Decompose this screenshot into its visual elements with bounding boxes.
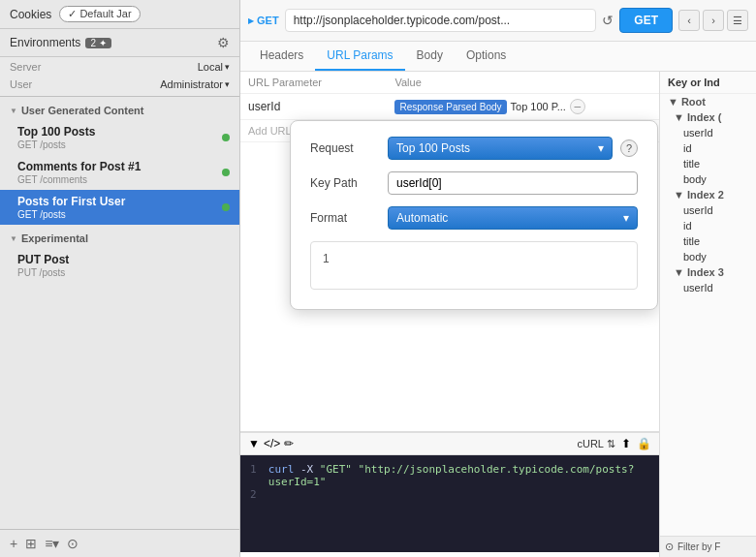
popup-format-row: Format Automatic ▾ <box>310 206 638 230</box>
rp-title2-label: title <box>683 235 700 247</box>
sidebar-item-top100posts[interactable]: Top 100 Posts GET /posts <box>0 120 239 155</box>
item-text-putpost: PUT Post PUT /posts <box>17 253 230 278</box>
tabs-bar: Headers URL Params Body Options <box>240 42 756 72</box>
item-title-firstuser: Posts for First User <box>17 195 222 208</box>
tab-options[interactable]: Options <box>455 42 518 71</box>
popup-format-select[interactable]: Automatic ▾ <box>388 206 638 230</box>
get-button[interactable]: GET <box>619 8 673 33</box>
add-folder-icon[interactable]: ⊞ <box>25 536 37 551</box>
circle-icon[interactable]: ⊙ <box>67 536 79 551</box>
code-brackets-icon[interactable]: </> <box>264 437 280 450</box>
nav-menu-button[interactable]: ☰ <box>727 10 748 31</box>
popup-help-button[interactable]: ? <box>620 139 638 157</box>
rp-id2[interactable]: id <box>660 218 756 233</box>
rp-userid2[interactable]: userId <box>660 202 756 218</box>
user-value[interactable]: Administrator ▾ <box>160 78 230 90</box>
popup-number-value: 1 <box>323 252 330 265</box>
list-icon[interactable]: ≡▾ <box>45 536 59 551</box>
nav-next-button[interactable]: › <box>703 10 724 31</box>
rp-userid2-label: userId <box>683 204 713 216</box>
status-dot-top100posts <box>222 134 230 141</box>
item-text-comments: Comments for Post #1 GET /comments <box>17 160 222 185</box>
sidebar-item-comments[interactable]: Comments for Post #1 GET /comments <box>0 155 239 190</box>
popup-request-value: Top 100 Posts <box>396 141 470 155</box>
rp-index3[interactable]: ▼ Index 3 <box>660 264 756 280</box>
server-row: Server Local ▾ <box>0 57 239 77</box>
sidebar-item-firstuser[interactable]: Posts for First User GET /posts <box>0 190 239 225</box>
server-chevron-icon: ▾ <box>225 62 230 72</box>
rp-body0[interactable]: body <box>660 171 756 187</box>
popup-request-row: Request Top 100 Posts ▾ ? <box>310 137 638 160</box>
section-triangle-experimental: ▼ <box>10 234 17 243</box>
refresh-icon[interactable]: ↺ <box>602 13 614 28</box>
top-bar: ▸ GET http://jsonplaceholder.typicode.co… <box>240 0 756 42</box>
down-arrow-icon[interactable]: ▼ <box>248 437 260 450</box>
rp-root[interactable]: ▼ Root <box>660 94 756 109</box>
popup-overlay: Request Top 100 Posts ▾ ? Key Path <box>289 115 659 557</box>
user-label: User <box>10 78 32 90</box>
rp-id0-label: id <box>683 142 692 154</box>
rp-index2-label: Index 2 <box>687 189 724 201</box>
rp-index0-triangle: ▼ <box>674 111 684 123</box>
url-bar[interactable]: http://jsonplaceholder.typicode.com/post… <box>285 9 597 32</box>
tab-body[interactable]: Body <box>405 42 455 71</box>
popup: Request Top 100 Posts ▾ ? Key Path <box>290 120 658 310</box>
user-row: User Administrator ▾ <box>0 77 239 97</box>
content-area: URL Parameter Value userId Response Pars… <box>240 72 756 557</box>
rp-userid0[interactable]: userId <box>660 125 756 140</box>
environments-label: Environments <box>10 36 80 49</box>
rp-title0[interactable]: title <box>660 156 756 171</box>
default-jar-badge[interactable]: ✓ Default Jar <box>59 6 140 22</box>
center-panel: URL Parameter Value userId Response Pars… <box>240 72 659 557</box>
item-text-firstuser: Posts for First User GET /posts <box>17 195 222 220</box>
section-label-experimental: Experimental <box>21 232 88 244</box>
nav-prev-button[interactable]: ‹ <box>678 10 700 31</box>
rp-userid0-label: userId <box>683 127 713 139</box>
top100-badge: Top 100 P... <box>511 101 566 112</box>
sidebar-bottom: + ⊞ ≡▾ ⊙ <box>0 529 239 557</box>
rp-root-label: Root <box>681 96 706 108</box>
cookies-label: Cookies <box>10 8 51 21</box>
col-header-value: Value <box>387 72 659 94</box>
main-panel: ▸ GET http://jsonplaceholder.typicode.co… <box>240 0 756 557</box>
item-text-top100posts: Top 100 Posts GET /posts <box>17 125 222 150</box>
line-num-2: 2 <box>250 488 262 501</box>
cookies-row: Cookies ✓ Default Jar <box>0 0 239 29</box>
rp-index0-label: Index ( <box>687 111 721 123</box>
rp-index2[interactable]: ▼ Index 2 <box>660 187 756 202</box>
rp-index3-label: Index 3 <box>687 266 724 278</box>
rp-id0[interactable]: id <box>660 140 756 156</box>
code-toolbar-left: ▼ </> ✏ <box>248 437 294 450</box>
section-header-experimental: ▼ Experimental <box>0 225 239 248</box>
popup-keypath-row: Key Path <box>310 171 638 195</box>
rp-title2[interactable]: title <box>660 233 756 249</box>
tab-headers[interactable]: Headers <box>248 42 315 71</box>
rp-userid3[interactable]: userId <box>660 280 756 295</box>
sidebar-item-putpost[interactable]: PUT Post PUT /posts <box>0 248 239 283</box>
popup-keypath-input[interactable] <box>388 171 638 195</box>
item-method-putpost: PUT /posts <box>17 267 230 278</box>
rp-userid3-label: userId <box>683 282 713 294</box>
remove-param-button[interactable]: – <box>570 99 585 114</box>
rp-id2-label: id <box>683 220 692 232</box>
popup-request-select[interactable]: Top 100 Posts ▾ <box>388 137 613 160</box>
rp-index0[interactable]: ▼ Index ( <box>660 109 756 125</box>
line-num-1: 1 <box>250 463 261 488</box>
rp-index3-triangle: ▼ <box>674 266 684 278</box>
popup-format-chevron-icon: ▾ <box>623 211 629 225</box>
section-label-ugc: User Generated Content <box>21 105 144 116</box>
filter-bar[interactable]: ⊙ Filter by F <box>659 536 756 557</box>
popup-format-value: Automatic <box>396 211 448 225</box>
gear-icon[interactable]: ⚙ <box>217 35 230 50</box>
filter-icon: ⊙ <box>665 541 674 553</box>
status-dot-comments <box>222 169 230 176</box>
rp-body2[interactable]: body <box>660 249 756 264</box>
col-header-param: URL Parameter <box>240 72 387 94</box>
tab-urlparams[interactable]: URL Params <box>315 42 404 71</box>
rp-body2-label: body <box>683 251 707 263</box>
popup-keypath-label: Key Path <box>310 176 388 190</box>
response-badge: Response Parsed Body <box>394 100 506 114</box>
server-value[interactable]: Local ▾ <box>198 61 230 73</box>
add-icon[interactable]: + <box>10 536 17 551</box>
item-title-top100posts: Top 100 Posts <box>17 125 222 139</box>
